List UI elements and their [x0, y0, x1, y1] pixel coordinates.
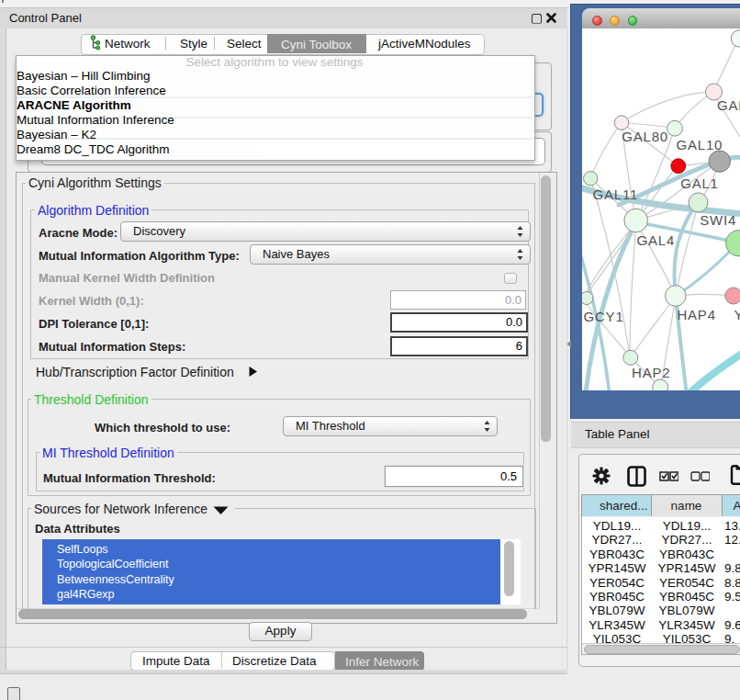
svg-text:GAL10: GAL10 [677, 137, 723, 152]
svg-text:GAL11: GAL11 [593, 186, 639, 202]
svg-text:SWI4: SWI4 [700, 212, 736, 228]
svg-text:GAL7: GAL7 [717, 97, 740, 113]
svg-text:HAP4: HAP4 [677, 307, 715, 322]
svg-text:GAL4: GAL4 [637, 232, 676, 248]
svg-text:Y: Y [734, 307, 740, 322]
svg-text:GAL80: GAL80 [622, 129, 668, 144]
svg-text:GCY1: GCY1 [584, 309, 624, 324]
svg-text:HAP2: HAP2 [632, 365, 670, 380]
svg-text:GAL1: GAL1 [680, 175, 719, 191]
